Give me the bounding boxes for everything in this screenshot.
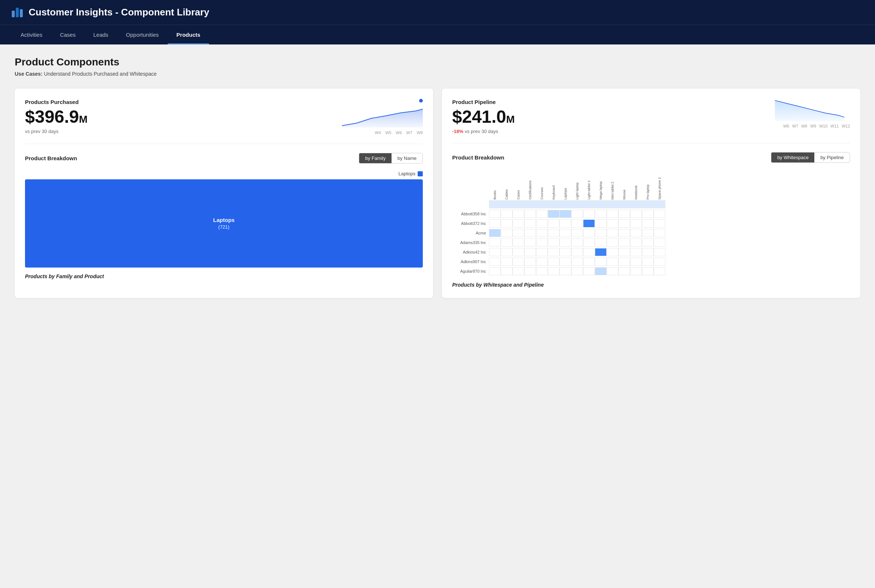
col-cases: Cases (512, 170, 524, 200)
right-metric-label: Product Pipeline (452, 99, 515, 105)
table-row: Abbott358 Inc (452, 209, 850, 219)
table-row: Abbott372 Inc (452, 219, 850, 228)
col-books: Books (489, 170, 501, 200)
col-mouse: Mouse (618, 170, 630, 200)
col-light-tablet-2: Light tablet 2 (583, 170, 595, 200)
left-metric-value: $396.9M (25, 108, 87, 126)
col-notebook: Notebook (630, 170, 642, 200)
right-toggle-group: by Whitespace by Pipeline (771, 152, 850, 163)
right-metric-value: $241.0M (452, 108, 515, 126)
main-nav: Activities Cases Leads Opportunities Pro… (0, 25, 875, 45)
treemap-count: (721) (213, 224, 234, 230)
nav-activities[interactable]: Activities (12, 25, 51, 45)
table-row: Adkins907 Inc (452, 257, 850, 266)
app-logo (12, 8, 23, 17)
cards-row: Products Purchased $396.9M vs prev 30 da… (15, 88, 860, 298)
legend-item: Laptops (25, 171, 423, 176)
logo-bar-1 (12, 10, 15, 17)
treemap: Laptops (721) (25, 179, 423, 267)
row-label: Aguilar870 Inc (452, 269, 489, 273)
left-metric-sub: vs prev 30 days (25, 129, 87, 134)
col-certifications: Certifications (524, 170, 536, 200)
col-keyboard: Keyboard (548, 170, 560, 200)
left-metric-section: Products Purchased $396.9M vs prev 30 da… (25, 99, 423, 144)
row-label: Abbott358 Inc (452, 212, 489, 216)
right-breakdown-title: Product Breakdown (452, 154, 504, 160)
row-label: Adkins42 Inc (452, 250, 489, 254)
right-week-labels: W6 W7 W8 W9 W10 W11 W12 (769, 124, 850, 128)
right-toggle-whitespace[interactable]: by Whitespace (771, 153, 814, 162)
col-mini-tablet-2: Mini tablet 2 (606, 170, 618, 200)
table-row: Aguilar870 Inc (452, 266, 850, 276)
right-sparkline: W6 W7 W8 W9 W10 W11 W12 (769, 99, 850, 128)
table-row: Adams335 Inc (452, 238, 850, 248)
col-headers: Books Cables Cases Certifications Course… (489, 170, 850, 200)
left-chart-svg (342, 105, 423, 128)
row-label: Adkins907 Inc (452, 260, 489, 264)
row-label: Acme (452, 231, 489, 235)
left-sparkline: W4 W5 W6 W7 W8 (342, 99, 423, 135)
left-card-footer: Products by Family and Product (25, 273, 423, 279)
left-toggle-family[interactable]: by Family (359, 153, 392, 163)
right-metric-left: Product Pipeline $241.0M -18% vs prev 30… (452, 99, 515, 134)
col-light-laptop: Light laptop (571, 170, 583, 200)
left-card: Products Purchased $396.9M vs prev 30 da… (15, 88, 433, 298)
right-card-footer: Products by Whitespace and Pipeline (452, 282, 850, 288)
subtitle-text: Understand Products Purchased and Whites… (44, 71, 157, 77)
col-courses: Courses (536, 170, 548, 200)
left-breakdown-header: Product Breakdown by Family by Name (25, 153, 423, 164)
row-label: Adams335 Inc (452, 240, 489, 245)
legend-color (418, 171, 423, 176)
page-title: Product Components (15, 56, 860, 68)
left-toggle-name[interactable]: by Name (392, 153, 422, 163)
treemap-label: Laptops (721) (213, 216, 234, 230)
legend-label: Laptops (399, 171, 416, 176)
header-cells (489, 200, 665, 208)
app-title: Customer Insights - Component Library (29, 7, 209, 18)
col-space-phone-2: Space phone 2 (654, 170, 665, 200)
logo-bar-2 (16, 8, 19, 17)
right-toggle-pipeline[interactable]: by Pipeline (814, 153, 849, 162)
whitespace-grid: Books Cables Cases Certifications Course… (452, 170, 850, 276)
main-content: Product Components Use Cases: Understand… (0, 45, 875, 588)
table-row: Acme (452, 228, 850, 238)
whitespace-grid-wrapper: Books Cables Cases Certifications Course… (452, 170, 850, 276)
right-chart-svg (769, 99, 850, 121)
nav-leads[interactable]: Leads (84, 25, 117, 45)
col-cables: Cables (501, 170, 512, 200)
dot-indicator (419, 99, 423, 102)
right-metric-sublabel: vs prev 30 days (465, 129, 498, 134)
right-card: Product Pipeline $241.0M -18% vs prev 30… (442, 88, 860, 298)
col-mega-laptop: Mega laptop (595, 170, 606, 200)
subtitle-label: Use Cases: (15, 71, 43, 77)
left-week-labels: W4 W5 W6 W7 W8 (342, 130, 423, 135)
grid-header-row (452, 200, 850, 209)
nav-products[interactable]: Products (168, 25, 209, 45)
logo-bar-3 (20, 9, 23, 17)
right-metric-section: Product Pipeline $241.0M -18% vs prev 30… (452, 99, 850, 143)
left-metric-label: Products Purchased (25, 99, 87, 105)
page-subtitle: Use Cases: Understand Products Purchased… (15, 71, 860, 77)
col-laptops: Laptops (560, 170, 571, 200)
nav-opportunities[interactable]: Opportunities (117, 25, 168, 45)
right-breakdown-header: Product Breakdown by Whitespace by Pipel… (452, 152, 850, 163)
treemap-container: Laptops Laptops (721) (25, 171, 423, 267)
row-label: Abbott372 Inc (452, 221, 489, 226)
col-pro-laptop: Pro laptop (642, 170, 654, 200)
table-row: Adkins42 Inc (452, 248, 850, 257)
right-metric-sub: -18% vs prev 30 days (452, 129, 515, 134)
left-breakdown-title: Product Breakdown (25, 155, 77, 161)
right-metric-change: -18% (452, 129, 463, 134)
left-toggle-group: by Family by Name (359, 153, 423, 164)
nav-cases[interactable]: Cases (51, 25, 84, 45)
left-metric-left: Products Purchased $396.9M vs prev 30 da… (25, 99, 87, 134)
app-header: Customer Insights - Component Library (0, 0, 875, 25)
